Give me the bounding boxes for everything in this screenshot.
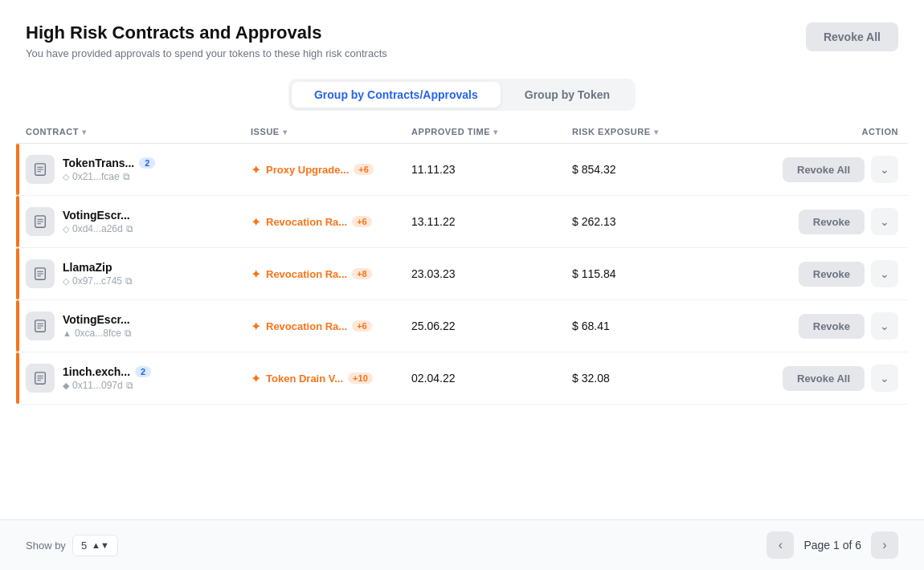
action-cell-3: Revoke ⌄ xyxy=(733,260,898,287)
issue-more-2: +6 xyxy=(352,216,372,227)
copy-icon-2[interactable]: ⧉ xyxy=(126,223,133,234)
approved-cell-3: 23.03.23 xyxy=(411,267,572,280)
th-contract: CONTRACT ▾ xyxy=(26,127,251,136)
contract-icon-3 xyxy=(26,259,55,288)
revoke-button-2[interactable]: Revoke xyxy=(799,210,865,234)
revoke-button-1[interactable]: Revoke All xyxy=(783,157,865,182)
tab-group: Group by Contracts/Approvals Group by To… xyxy=(288,79,636,111)
page-title: High Risk Contracts and Approvals xyxy=(26,22,387,43)
copy-icon-4[interactable]: ⧉ xyxy=(125,328,132,339)
show-by: Show by 5 ▲▼ xyxy=(26,535,118,556)
issue-cell-1: ✦ Proxy Upgrade... +6 xyxy=(251,162,411,177)
contract-icon-2 xyxy=(26,207,55,236)
revoke-button-5[interactable]: Revoke All xyxy=(783,366,865,391)
contract-addr-4: ▲ 0xca...8fce ⧉ xyxy=(63,328,132,339)
table-row: 1inch.exch... 2 ◆ 0x11...097d ⧉ ✦ Token … xyxy=(16,352,908,405)
revoke-button-3[interactable]: Revoke xyxy=(799,262,865,287)
contract-info-4: VotingEscr... ▲ 0xca...8fce ⧉ xyxy=(63,313,132,339)
contract-sort-icon[interactable]: ▾ xyxy=(82,128,87,136)
bug-icon-1: ✦ xyxy=(251,162,261,177)
risk-cell-3: $ 115.84 xyxy=(572,267,733,280)
revoke-all-button[interactable]: Revoke All xyxy=(806,22,898,51)
contract-info-2: VotingEscr... ◇ 0xd4...a26d ⧉ xyxy=(63,209,133,234)
contract-name-row-4: VotingEscr... xyxy=(63,313,132,326)
contract-info-5: 1inch.exch... 2 ◆ 0x11...097d ⧉ xyxy=(63,365,151,391)
issue-more-1: +6 xyxy=(354,164,374,175)
contract-cell-3: LlamaZip ◇ 0x97...c745 ⧉ xyxy=(26,259,251,288)
action-cell-4: Revoke ⌄ xyxy=(733,312,898,340)
risk-cell-1: $ 854.32 xyxy=(572,163,733,176)
copy-icon-3[interactable]: ⧉ xyxy=(125,275,133,287)
issue-cell-4: ✦ Revocation Ra... +6 xyxy=(251,319,411,334)
addr-icon-5: ◆ xyxy=(63,381,69,391)
approved-cell-5: 02.04.22 xyxy=(411,372,572,385)
issue-text-2[interactable]: Revocation Ra... xyxy=(266,216,347,228)
risk-cell-4: $ 68.41 xyxy=(572,320,733,332)
issue-more-4: +6 xyxy=(352,320,372,332)
action-cell-1: Revoke All ⌄ xyxy=(733,156,898,183)
issue-text-4[interactable]: Revocation Ra... xyxy=(266,320,347,332)
contract-badge-1: 2 xyxy=(139,157,155,169)
risk-sort-icon[interactable]: ▾ xyxy=(654,128,659,136)
expand-button-5[interactable]: ⌄ xyxy=(871,364,898,392)
contract-addr-1: ◇ 0x21...fcae ⧉ xyxy=(63,171,155,182)
copy-icon-1[interactable]: ⧉ xyxy=(123,171,130,182)
action-cell-2: Revoke ⌄ xyxy=(733,208,898,235)
approved-cell-4: 25.06.22 xyxy=(411,320,572,332)
page-subtitle: You have provided approvals to spend you… xyxy=(26,47,387,59)
contract-addr-3: ◇ 0x97...c745 ⧉ xyxy=(63,275,133,287)
th-approved-time: APPROVED TIME ▾ xyxy=(411,127,572,136)
pagination: ‹ Page 1 of 6 › xyxy=(767,531,898,559)
issue-cell-2: ✦ Revocation Ra... +6 xyxy=(251,214,411,230)
bug-icon-3: ✦ xyxy=(251,267,261,282)
expand-button-3[interactable]: ⌄ xyxy=(871,260,898,287)
show-by-select[interactable]: 5 ▲▼ xyxy=(72,535,118,556)
page-wrapper: High Risk Contracts and Approvals You ha… xyxy=(0,0,924,570)
contract-name-1: TokenTrans... xyxy=(63,157,134,169)
approved-cell-1: 11.11.23 xyxy=(411,163,572,176)
contract-name-row-1: TokenTrans... 2 xyxy=(63,157,155,169)
issue-sort-icon[interactable]: ▾ xyxy=(283,128,288,136)
table-row: VotingEscr... ◇ 0xd4...a26d ⧉ ✦ Revocati… xyxy=(16,196,908,248)
approved-sort-icon[interactable]: ▾ xyxy=(493,128,498,136)
tab-contracts[interactable]: Group by Contracts/Approvals xyxy=(292,82,501,108)
issue-more-5: +10 xyxy=(348,373,373,384)
approved-cell-2: 13.11.22 xyxy=(411,215,572,228)
contract-name-row-5: 1inch.exch... 2 xyxy=(63,365,151,378)
expand-button-4[interactable]: ⌄ xyxy=(871,312,898,340)
contract-addr-2: ◇ 0xd4...a26d ⧉ xyxy=(63,223,133,234)
contract-cell-4: VotingEscr... ▲ 0xca...8fce ⧉ xyxy=(26,311,251,340)
table-container: CONTRACT ▾ ISSUE ▾ APPROVED TIME ▾ RISK … xyxy=(0,117,924,519)
revoke-button-4[interactable]: Revoke xyxy=(799,314,865,339)
chevron-down-icon: ▲▼ xyxy=(92,540,109,550)
contract-addr-5: ◆ 0x11...097d ⧉ xyxy=(63,380,151,391)
next-page-button[interactable]: › xyxy=(871,531,898,559)
table-header: CONTRACT ▾ ISSUE ▾ APPROVED TIME ▾ RISK … xyxy=(16,117,908,144)
contract-cell-1: TokenTrans... 2 ◇ 0x21...fcae ⧉ xyxy=(26,155,251,184)
prev-page-button[interactable]: ‹ xyxy=(767,531,794,559)
contract-name-2: VotingEscr... xyxy=(63,209,130,222)
contract-icon-5 xyxy=(26,364,55,393)
footer-bar: Show by 5 ▲▼ ‹ Page 1 of 6 › xyxy=(0,519,924,570)
issue-text-1[interactable]: Proxy Upgrade... xyxy=(266,164,349,176)
contract-name-3: LlamaZip xyxy=(63,261,112,274)
bug-icon-2: ✦ xyxy=(251,214,261,230)
th-action: ACTION xyxy=(733,127,898,136)
table-row: LlamaZip ◇ 0x97...c745 ⧉ ✦ Revocation Ra… xyxy=(16,248,908,300)
addr-icon-4: ▲ xyxy=(63,328,72,338)
tab-token[interactable]: Group by Token xyxy=(502,82,632,108)
expand-button-2[interactable]: ⌄ xyxy=(871,208,898,235)
issue-text-5[interactable]: Token Drain V... xyxy=(266,373,343,385)
risk-cell-2: $ 262.13 xyxy=(572,215,733,228)
tab-row: Group by Contracts/Approvals Group by To… xyxy=(0,79,924,111)
issue-more-3: +8 xyxy=(352,268,372,279)
copy-icon-5[interactable]: ⧉ xyxy=(126,380,133,391)
th-issue: ISSUE ▾ xyxy=(251,127,411,136)
contract-info-1: TokenTrans... 2 ◇ 0x21...fcae ⧉ xyxy=(63,157,155,182)
contract-icon-1 xyxy=(26,155,55,184)
contract-name-5: 1inch.exch... xyxy=(63,365,130,378)
issue-text-3[interactable]: Revocation Ra... xyxy=(266,268,347,280)
risk-cell-5: $ 32.08 xyxy=(572,372,733,385)
th-risk-exposure: RISK EXPOSURE ▾ xyxy=(572,127,733,136)
expand-button-1[interactable]: ⌄ xyxy=(871,156,898,183)
